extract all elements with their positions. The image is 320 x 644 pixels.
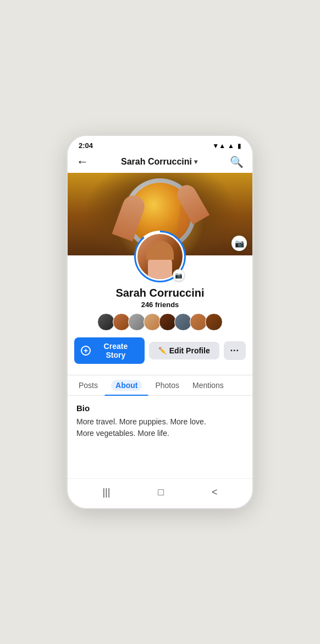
battery-icon: ▮ (238, 142, 241, 150)
status-bar: 2:04 ▼▲ ▲ ▮ (68, 136, 252, 152)
tab-photos[interactable]: Photos (148, 375, 186, 395)
chevron-down-icon: ▾ (194, 158, 197, 166)
bottom-nav: ||| □ < (68, 478, 252, 508)
status-icons: ▼▲ ▲ ▮ (212, 142, 241, 150)
tab-mentions[interactable]: Mentions (186, 375, 230, 395)
create-story-label: Create Story (93, 342, 138, 359)
phone-shell: 2:04 ▼▲ ▲ ▮ ← Sarah Corruccini ▾ 🔍 (67, 135, 253, 509)
back-button[interactable]: ← (76, 156, 89, 168)
nav-title[interactable]: Sarah Corruccini ▾ (121, 157, 197, 167)
more-options-button[interactable]: ··· (224, 341, 246, 360)
nav-bar: ← Sarah Corruccini ▾ 🔍 (68, 152, 252, 173)
friends-label: friends (155, 301, 179, 309)
tab-about[interactable]: About (104, 375, 148, 395)
profile-name: Sarah Corruccini (115, 287, 204, 299)
status-time: 2:04 (79, 141, 93, 150)
friends-number: 246 (141, 301, 153, 309)
edit-profile-button[interactable]: ✏️ Edit Profile (149, 342, 219, 359)
avatar-camera-button[interactable]: 📷 (173, 269, 185, 281)
profile-friends-count: 246 friends (141, 301, 179, 309)
plus-icon: + (81, 346, 91, 356)
action-buttons: + Create Story ✏️ Edit Profile ··· (68, 337, 252, 364)
friend-avatar[interactable] (205, 313, 223, 331)
pencil-icon: ✏️ (158, 347, 167, 354)
profile-section: 📷 Sarah Corruccini 246 friends (68, 255, 252, 370)
avatar-hair (146, 241, 174, 260)
bio-label: Bio (76, 403, 244, 413)
menu-button[interactable]: ||| (96, 484, 117, 500)
edit-profile-label: Edit Profile (169, 346, 210, 355)
home-button[interactable]: □ (151, 484, 170, 500)
tab-about-label: About (111, 380, 142, 391)
more-icon: ··· (230, 346, 239, 355)
avatar-wrapper: 📷 (134, 231, 186, 282)
create-story-button[interactable]: + Create Story (74, 337, 145, 364)
tab-mentions-label: Mentions (192, 381, 224, 390)
cover-photo-camera-button[interactable]: 📷 (231, 236, 247, 251)
about-section: Bio More travel. More puppies. More love… (68, 396, 252, 447)
friends-avatars (97, 313, 223, 331)
wifi-icon: ▼▲ (212, 142, 225, 150)
signal-icon: ▲ (228, 142, 234, 150)
bio-text: More travel. More puppies. More love.Mor… (76, 416, 244, 439)
search-button[interactable]: 🔍 (230, 155, 244, 168)
avatar-face-illustration (144, 241, 176, 279)
tab-photos-label: Photos (155, 381, 179, 390)
tabs-bar: Posts About Photos Mentions (68, 375, 252, 396)
profile-content: 📷 📷 Sarah Corruccini (68, 173, 252, 478)
tab-posts[interactable]: Posts (72, 375, 104, 395)
nav-title-text: Sarah Corruccini (121, 157, 192, 167)
tab-posts-label: Posts (79, 381, 98, 390)
back-nav-button[interactable]: < (205, 484, 224, 500)
